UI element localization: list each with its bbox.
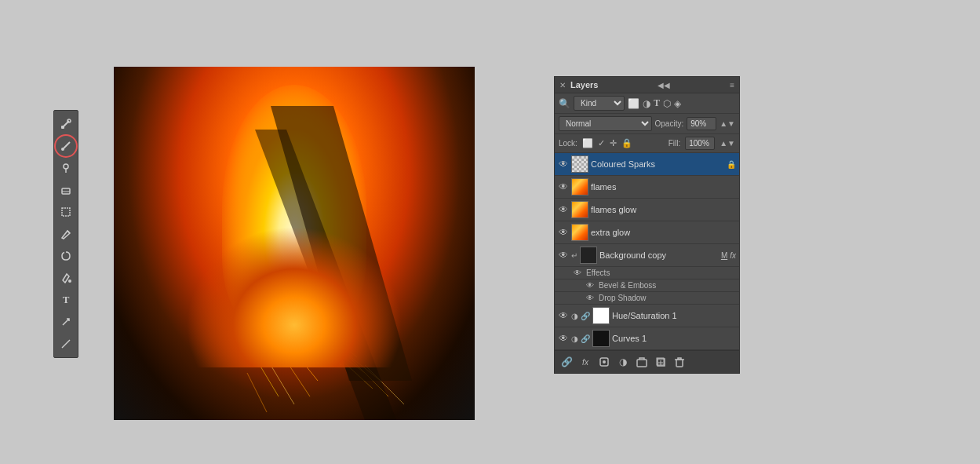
canvas-area — [114, 67, 475, 420]
svg-line-23 — [341, 349, 381, 381]
line-tool[interactable] — [56, 334, 76, 354]
layer-item-flames-glow[interactable]: 👁 flames glow — [555, 199, 739, 221]
shape-filter-icon[interactable]: ⬡ — [663, 98, 671, 109]
lock-row: Lock: ⬜ ✓ ✛ 🔒 Fill: ▲▼ — [555, 134, 739, 153]
svg-line-17 — [286, 342, 318, 381]
brush-tool[interactable] — [56, 136, 76, 156]
svg-line-15 — [294, 326, 326, 349]
layer-item-coloured-sparks[interactable]: 👁 Coloured Sparks 🔒 — [555, 153, 739, 176]
drop-shadow-effect[interactable]: 👁 Drop Shadow — [555, 292, 739, 305]
eyedropper-tool[interactable] — [56, 114, 76, 134]
layer-thumb-curves — [592, 330, 610, 347]
bevel-emboss-label: Bevel & Emboss — [599, 281, 656, 290]
link-layers-button[interactable]: 🔗 — [559, 354, 574, 370]
link-icon-hue: 🔗 — [581, 312, 590, 320]
blend-mode-row: Normal Multiply Screen Overlay Opacity: … — [555, 114, 739, 134]
blend-mode-dropdown[interactable]: Normal Multiply Screen Overlay — [559, 116, 652, 131]
svg-line-19 — [279, 349, 310, 396]
svg-line-24 — [255, 357, 279, 396]
drop-shadow-eye[interactable]: 👁 — [586, 294, 594, 302]
layer-item-extra-glow[interactable]: 👁 extra glow — [555, 221, 739, 244]
link-icon-curves: 🔗 — [581, 334, 590, 343]
layer-item-curves[interactable]: 👁 ◑ 🔗 Curves 1 — [555, 327, 739, 350]
layer-eye-flames-glow[interactable]: 👁 — [558, 204, 569, 215]
svg-rect-1 — [61, 126, 64, 129]
fill-label: Fill: — [669, 139, 681, 148]
layer-m-badge[interactable]: M — [721, 251, 727, 260]
layer-name-coloured-sparks: Coloured Sparks — [591, 159, 724, 169]
pen-tool[interactable] — [56, 224, 76, 244]
svg-marker-29 — [255, 130, 396, 420]
lock-pixels-icon[interactable]: ⬜ — [582, 138, 593, 148]
pixel-filter-icon[interactable]: ⬜ — [628, 98, 639, 109]
layer-eye-extra-glow[interactable]: 👁 — [558, 227, 569, 238]
adjustment-icon-curves[interactable]: ◑ — [571, 334, 578, 343]
svg-line-3 — [64, 142, 70, 148]
add-mask-button[interactable] — [596, 354, 612, 370]
layer-eye-curves[interactable]: 👁 — [558, 333, 569, 344]
svg-marker-28 — [271, 106, 412, 381]
layer-thumb-flames-glow — [571, 201, 588, 218]
bevel-emboss-eye[interactable]: 👁 — [586, 281, 594, 290]
layer-name-curves: Curves 1 — [612, 334, 736, 343]
panel-close-icon[interactable]: ✕ — [559, 81, 566, 90]
svg-line-10 — [67, 231, 70, 233]
effects-visibility-icon[interactable]: 👁 — [574, 269, 581, 277]
lock-all-icon[interactable]: 🔒 — [621, 138, 632, 148]
smart-filter-icon[interactable]: ◈ — [674, 98, 681, 109]
layer-item-hue-saturation[interactable]: 👁 ◑ 🔗 Hue/Saturation 1 — [555, 305, 739, 327]
layer-arrow-icon: ↵ — [571, 251, 577, 260]
panel-menu-button[interactable]: ≡ — [730, 81, 734, 90]
svg-line-21 — [271, 365, 294, 404]
new-layer-button[interactable] — [653, 354, 669, 370]
lock-move-icon[interactable]: ✛ — [610, 138, 617, 148]
layer-eye-hue-saturation[interactable]: 👁 — [558, 310, 569, 321]
type-tool[interactable]: T — [56, 290, 76, 310]
fill-chevron[interactable]: ▲▼ — [720, 139, 735, 148]
type-filter-icon[interactable]: T — [654, 97, 660, 109]
layer-eye-background-copy[interactable]: 👁 — [558, 250, 569, 261]
layer-thumb-extra-glow — [571, 224, 588, 241]
clone-stamp-tool[interactable] — [56, 158, 76, 178]
opacity-input[interactable] — [687, 117, 716, 130]
effects-group-header[interactable]: 👁 Effects — [555, 267, 739, 279]
layer-item-flames[interactable]: 👁 flames — [555, 176, 739, 199]
search-icon: 🔍 — [559, 98, 570, 109]
delete-layer-button[interactable] — [672, 354, 687, 370]
svg-line-25 — [349, 357, 388, 396]
paint-bucket-tool[interactable] — [56, 268, 76, 288]
panel-collapse-arrows[interactable]: ◀◀ — [658, 81, 670, 90]
layer-eye-flames[interactable]: 👁 — [558, 181, 569, 192]
layer-name-background-copy: Background copy — [599, 250, 719, 260]
layer-item-background-copy[interactable]: 👁 ↵ Background copy M fx — [555, 244, 739, 267]
lasso-tool[interactable] — [56, 246, 76, 266]
layer-eye-coloured-sparks[interactable]: 👁 — [558, 159, 569, 170]
layer-name-extra-glow: extra glow — [591, 228, 736, 237]
layer-fx-badge[interactable]: fx — [730, 251, 736, 260]
layer-name-flames: flames — [591, 182, 736, 192]
layer-lock-coloured-sparks: 🔒 — [727, 160, 736, 169]
layer-name-flames-glow: flames glow — [591, 205, 736, 214]
opacity-chevron[interactable]: ▲▼ — [720, 119, 735, 128]
arrow-tool[interactable] — [56, 312, 76, 332]
adjustment-filter-icon[interactable]: ◑ — [643, 98, 650, 109]
adjustment-icon-hue[interactable]: ◑ — [571, 312, 578, 320]
lock-position-icon[interactable]: ✓ — [598, 138, 605, 148]
panel-title: Layers — [570, 80, 598, 90]
add-group-button[interactable] — [634, 354, 650, 370]
rect-select-tool[interactable] — [56, 202, 76, 222]
kind-dropdown[interactable]: Kind — [574, 96, 625, 111]
svg-line-27 — [365, 365, 404, 404]
canvas-image — [114, 67, 475, 420]
svg-line-22 — [326, 345, 373, 389]
svg-line-16 — [302, 334, 341, 365]
fill-input[interactable] — [685, 137, 715, 150]
opacity-label: Opacity: — [655, 119, 684, 128]
svg-line-18 — [310, 318, 357, 357]
add-fx-button[interactable]: fx — [577, 354, 593, 370]
layer-thumb-background-copy — [580, 247, 597, 264]
bevel-emboss-effect[interactable]: 👁 Bevel & Emboss — [555, 279, 739, 292]
eraser-tool[interactable] — [56, 180, 76, 200]
add-adjustment-button[interactable]: ◑ — [615, 354, 631, 370]
layer-thumb-coloured-sparks — [571, 155, 588, 173]
